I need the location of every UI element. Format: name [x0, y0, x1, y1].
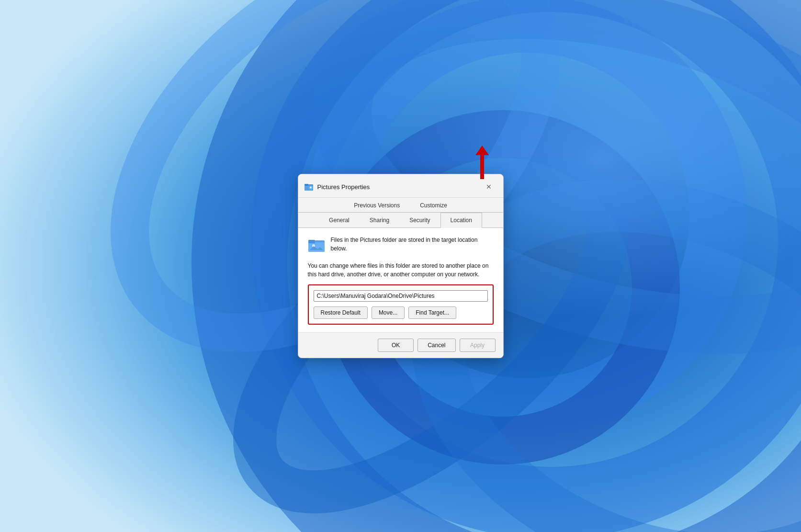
arrow-shaft [480, 155, 484, 179]
apply-button[interactable]: Apply [460, 339, 496, 352]
dialog-overlay: Pictures Properties ✕ Previous Versions … [0, 0, 801, 532]
tab-security[interactable]: Security [399, 213, 440, 228]
tab-general[interactable]: General [319, 213, 360, 228]
arrow-head [475, 146, 489, 155]
folder-icon [304, 182, 314, 192]
tabs-row-2: General Sharing Security Location [298, 213, 503, 228]
dialog-content: Files in the Pictures folder are stored … [298, 228, 503, 332]
tab-previous-versions[interactable]: Previous Versions [344, 198, 410, 213]
svg-rect-17 [308, 240, 315, 243]
close-button[interactable]: ✕ [482, 180, 496, 193]
content-header: Files in the Pictures folder are stored … [308, 236, 494, 254]
content-description: Files in the Pictures folder are stored … [331, 236, 494, 253]
tab-location[interactable]: Location [440, 213, 482, 228]
dialog-footer: OK Cancel Apply [298, 332, 503, 358]
location-box: Restore Default Move... Find Target... [308, 284, 494, 325]
svg-rect-16 [308, 242, 325, 252]
cancel-button[interactable]: Cancel [417, 339, 455, 352]
move-button[interactable]: Move... [372, 306, 405, 319]
pictures-folder-icon [308, 237, 325, 254]
annotation-arrow [475, 146, 489, 179]
change-description: You can change where files in this folde… [308, 261, 494, 279]
svg-rect-13 [305, 184, 308, 186]
tabs-container: Previous Versions Customize General Shar… [298, 198, 503, 228]
restore-default-button[interactable]: Restore Default [314, 306, 368, 319]
title-left: Pictures Properties [304, 182, 370, 192]
location-input[interactable] [314, 290, 488, 302]
desktop: Pictures Properties ✕ Previous Versions … [0, 0, 801, 532]
dialog-titlebar: Pictures Properties ✕ [298, 174, 503, 198]
tabs-row-1: Previous Versions Customize [298, 198, 503, 213]
tab-sharing[interactable]: Sharing [360, 213, 399, 228]
ok-button[interactable]: OK [378, 339, 414, 352]
pictures-properties-dialog: Pictures Properties ✕ Previous Versions … [298, 174, 504, 358]
location-buttons: Restore Default Move... Find Target... [314, 306, 488, 319]
dialog-title: Pictures Properties [317, 183, 370, 191]
find-target-button[interactable]: Find Target... [408, 306, 456, 319]
tab-customize[interactable]: Customize [410, 198, 457, 213]
